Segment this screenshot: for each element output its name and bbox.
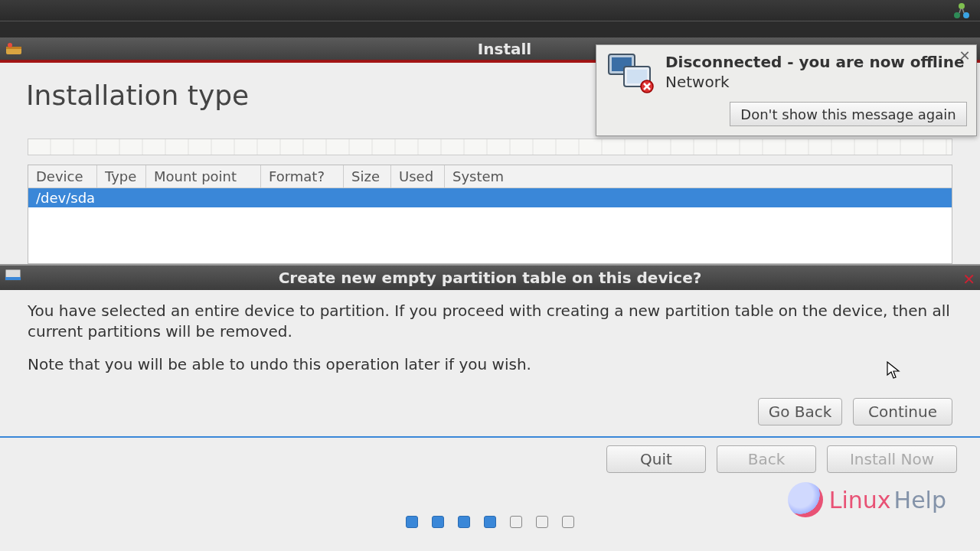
quit-button[interactable]: Quit <box>606 445 706 473</box>
col-size[interactable]: Size <box>344 165 391 187</box>
installer-icon <box>5 41 23 57</box>
network-disconnected-icon <box>606 53 655 94</box>
svg-line-3 <box>959 8 961 13</box>
step-indicator <box>406 516 574 528</box>
col-type[interactable]: Type <box>97 165 146 187</box>
svg-point-7 <box>8 43 12 47</box>
watermark-text-2: Help <box>894 487 946 514</box>
dialog-body: You have selected an entire device to pa… <box>0 290 980 398</box>
dialog-text-2: Note that you will be able to undo this … <box>28 354 952 375</box>
partition-table-header: Device Type Mount point Format? Size Use… <box>28 165 952 188</box>
close-icon[interactable]: ✕ <box>962 270 975 289</box>
dont-show-again-button[interactable]: Don't show this message again <box>730 102 967 126</box>
step-dot <box>458 516 470 528</box>
wizard-buttons: Quit Back Install Now <box>606 445 957 473</box>
table-row[interactable]: /dev/sda <box>28 188 952 207</box>
table-blank-area <box>28 207 952 263</box>
dialog-text-1: You have selected an entire device to pa… <box>28 301 952 342</box>
col-device[interactable]: Device <box>28 165 97 187</box>
desktop-top-panel <box>0 0 980 21</box>
watermark-text-1: Linux <box>829 487 891 514</box>
partition-table[interactable]: Device Type Mount point Format? Size Use… <box>28 165 952 264</box>
step-dot <box>510 516 522 528</box>
back-button[interactable]: Back <box>717 445 816 473</box>
col-system[interactable]: System <box>445 165 952 187</box>
step-dot <box>484 516 496 528</box>
confirm-partition-dialog: Create new empty partition table on this… <box>0 264 980 438</box>
partition-usage-strip <box>28 139 952 155</box>
notification-title: Disconnected - you are now offline <box>665 53 965 71</box>
step-dot <box>536 516 548 528</box>
dialog-buttons: Go Back Continue <box>0 398 980 436</box>
dialog-icon <box>5 269 21 282</box>
svg-point-0 <box>954 12 960 18</box>
watermark-logo-icon <box>788 482 823 517</box>
cell-device: /dev/sda <box>36 190 95 206</box>
svg-rect-6 <box>6 47 21 49</box>
col-format[interactable]: Format? <box>261 165 344 187</box>
col-used[interactable]: Used <box>391 165 445 187</box>
go-back-button[interactable]: Go Back <box>758 398 842 425</box>
svg-point-1 <box>963 12 969 18</box>
dialog-title: Create new empty partition table on this… <box>0 266 980 290</box>
svg-line-4 <box>962 8 964 13</box>
network-notification: ✕ Disconnected - you are now offline Net… <box>596 44 977 136</box>
svg-point-2 <box>959 3 965 9</box>
step-dot <box>562 516 574 528</box>
continue-button[interactable]: Continue <box>853 398 952 425</box>
watermark: Linux Help <box>788 482 946 517</box>
step-dot <box>432 516 444 528</box>
step-dot <box>406 516 418 528</box>
notification-subtitle: Network <box>665 73 965 91</box>
svg-rect-9 <box>5 277 21 280</box>
close-icon[interactable]: ✕ <box>958 50 972 64</box>
install-now-button[interactable]: Install Now <box>827 445 957 473</box>
tray-share-icon <box>952 2 971 20</box>
col-mount[interactable]: Mount point <box>146 165 261 187</box>
dialog-title-text: Create new empty partition table on this… <box>279 269 702 287</box>
